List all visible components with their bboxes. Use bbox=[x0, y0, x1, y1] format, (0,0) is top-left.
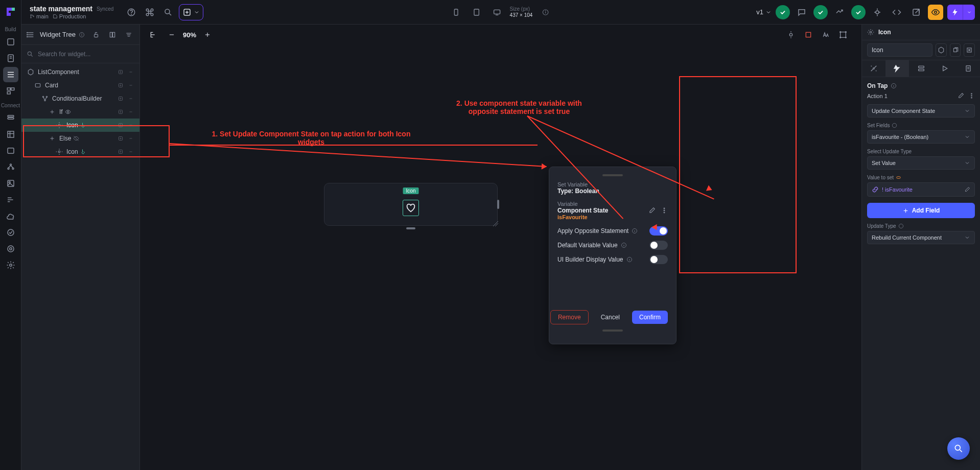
rebuild-type-select[interactable]: Rebuild Current Component bbox=[867, 231, 975, 244]
rail-item-api[interactable] bbox=[3, 159, 18, 175]
tab-backend[interactable] bbox=[909, 60, 932, 77]
version-selector[interactable]: v1 bbox=[756, 8, 772, 16]
rail-item-cloud[interactable] bbox=[3, 208, 18, 224]
resize-handles-icon[interactable] bbox=[836, 28, 850, 42]
rail-item-theme[interactable] bbox=[3, 241, 18, 256]
more-icon[interactable] bbox=[661, 207, 668, 214]
vars-icon[interactable] bbox=[936, 43, 947, 57]
device-tablet-icon[interactable] bbox=[469, 5, 484, 20]
preview-icon[interactable] bbox=[928, 5, 943, 20]
rail-item-settings[interactable] bbox=[3, 257, 18, 273]
edit-icon[interactable] bbox=[964, 186, 970, 193]
tree-add-icon[interactable] bbox=[116, 147, 125, 156]
remove-button[interactable]: Remove bbox=[550, 310, 589, 324]
text-scaling-icon[interactable] bbox=[819, 28, 833, 42]
zoom-in-icon[interactable] bbox=[200, 28, 215, 42]
tree-add-icon[interactable] bbox=[116, 81, 125, 90]
variable-binding-icon[interactable] bbox=[896, 175, 901, 180]
rail-item-tree[interactable] bbox=[3, 67, 18, 82]
cancel-button[interactable]: Cancel bbox=[594, 311, 627, 324]
tree-row-if[interactable]: If bbox=[21, 105, 139, 119]
info-icon[interactable] bbox=[631, 227, 638, 234]
info-icon[interactable] bbox=[620, 242, 627, 249]
tree-collapse-icon[interactable] bbox=[126, 107, 135, 116]
add-field-button[interactable]: Add Field bbox=[867, 203, 975, 218]
info-icon[interactable] bbox=[891, 83, 897, 89]
search-icon[interactable] bbox=[160, 5, 176, 20]
tree-search-input[interactable] bbox=[38, 51, 134, 58]
resize-handle-corner[interactable] bbox=[493, 221, 498, 226]
copy-widget-icon[interactable] bbox=[950, 43, 961, 57]
info-icon[interactable] bbox=[898, 223, 904, 229]
branch-indicator[interactable]: main bbox=[30, 13, 49, 19]
tree-row-conditionalbuilder[interactable]: ConditionalBuilder bbox=[21, 92, 139, 105]
ui-builder-toggle[interactable] bbox=[649, 255, 668, 264]
resize-handle-bottom[interactable] bbox=[406, 227, 415, 229]
show-outlines-icon[interactable] bbox=[801, 28, 815, 42]
default-value-toggle[interactable] bbox=[649, 241, 668, 250]
rail-item-tests[interactable] bbox=[3, 225, 18, 240]
tab-animations[interactable] bbox=[933, 60, 956, 77]
status-check-3-icon[interactable] bbox=[851, 5, 866, 19]
size-info-icon[interactable] bbox=[538, 5, 553, 20]
rail-item-media[interactable] bbox=[3, 176, 18, 191]
heart-icon-widget[interactable] bbox=[403, 200, 419, 216]
command-icon[interactable] bbox=[142, 5, 157, 20]
rail-item-customcode[interactable] bbox=[3, 192, 18, 207]
field-select[interactable]: isFavourite - (Boolean) bbox=[867, 130, 975, 144]
tab-actions[interactable] bbox=[885, 60, 909, 77]
resize-handle-right[interactable] bbox=[497, 200, 499, 209]
canvas-component-card[interactable]: Icon bbox=[324, 183, 498, 226]
rail-item-firestore[interactable] bbox=[3, 110, 18, 126]
drag-handle-bottom[interactable] bbox=[602, 330, 623, 332]
rail-item-storyboard[interactable] bbox=[3, 83, 18, 99]
fit-page-icon[interactable] bbox=[146, 28, 160, 42]
tree-collapse-icon[interactable] bbox=[126, 81, 135, 90]
edit-action-icon[interactable] bbox=[958, 92, 964, 99]
tree-row-icon[interactable]: Icon bbox=[21, 145, 139, 158]
rail-item-pages[interactable] bbox=[3, 34, 18, 50]
info-icon[interactable] bbox=[892, 123, 897, 128]
branching-icon[interactable] bbox=[832, 5, 847, 20]
zoom-out-icon[interactable] bbox=[165, 28, 179, 42]
run-button[interactable] bbox=[947, 5, 963, 20]
tree-row-listcomponent[interactable]: ListComponent bbox=[21, 65, 139, 79]
tree-collapse-icon[interactable] bbox=[126, 134, 135, 143]
code-icon[interactable] bbox=[889, 5, 904, 20]
tab-properties[interactable] bbox=[862, 60, 885, 77]
tree-add-icon[interactable] bbox=[116, 121, 125, 130]
rail-item-datatypes[interactable] bbox=[3, 127, 18, 142]
add-widget-dropdown[interactable] bbox=[179, 4, 203, 20]
tree-collapse-icon[interactable] bbox=[126, 94, 135, 103]
tree-row-card[interactable]: Card bbox=[21, 79, 139, 92]
device-desktop-icon[interactable] bbox=[489, 5, 505, 20]
tree-row-else[interactable]: Else bbox=[21, 132, 139, 145]
debug-icon[interactable] bbox=[870, 5, 885, 20]
help-fab-button[interactable] bbox=[947, 437, 970, 460]
drag-handle[interactable] bbox=[602, 174, 623, 176]
tree-collapse-icon[interactable] bbox=[126, 67, 135, 77]
theme-toggle-icon[interactable] bbox=[784, 28, 798, 42]
canvas[interactable]: 90% Icon 1. Set Update Component State o… bbox=[140, 25, 980, 470]
collapse-icon[interactable] bbox=[123, 29, 134, 40]
info-icon[interactable] bbox=[79, 32, 85, 38]
layout-icon[interactable] bbox=[107, 29, 118, 40]
rail-item-appstate[interactable] bbox=[3, 143, 18, 158]
value-expression[interactable]: ! isFavourite bbox=[867, 182, 975, 197]
edit-icon[interactable] bbox=[648, 207, 656, 214]
tree-add-icon[interactable] bbox=[116, 134, 125, 143]
status-check-1-icon[interactable] bbox=[776, 5, 790, 19]
widget-name-input[interactable] bbox=[867, 43, 932, 57]
update-type-select[interactable]: Set Value bbox=[867, 156, 975, 170]
tree-row-icon[interactable]: Icon bbox=[21, 119, 139, 132]
help-icon[interactable] bbox=[124, 5, 139, 20]
tab-docs[interactable] bbox=[956, 60, 980, 77]
tree-collapse-icon[interactable] bbox=[126, 147, 135, 156]
run-dropdown[interactable] bbox=[963, 5, 975, 20]
tree-add-icon[interactable] bbox=[116, 67, 125, 77]
status-check-2-icon[interactable] bbox=[813, 5, 828, 19]
confirm-button[interactable]: Confirm bbox=[632, 311, 668, 324]
info-icon[interactable] bbox=[626, 256, 633, 263]
open-external-icon[interactable] bbox=[908, 5, 924, 20]
tree-add-icon[interactable] bbox=[116, 107, 125, 116]
